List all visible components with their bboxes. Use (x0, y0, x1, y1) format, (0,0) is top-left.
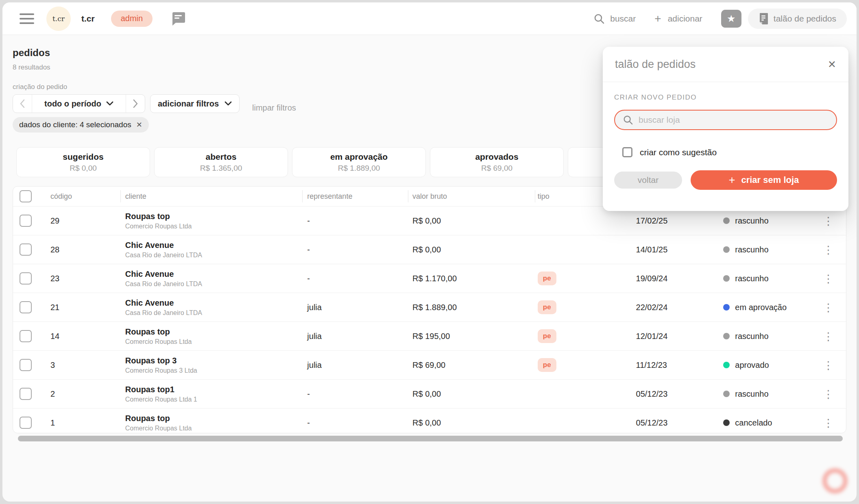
order-status: rascunho (717, 322, 811, 350)
plus-icon: + (729, 175, 735, 186)
order-pad-button[interactable]: talão de pedidos (748, 9, 847, 29)
cursor-highlight-ring (822, 468, 848, 493)
favorites-button[interactable]: ★ (721, 10, 741, 28)
order-date: 22/02/24 (630, 293, 717, 322)
search-button[interactable]: buscar (594, 13, 636, 24)
period-next-button[interactable] (126, 95, 145, 113)
card-aprovados[interactable]: aprovados R$ 69,00 (430, 147, 564, 177)
row-menu-button[interactable]: ⋮ (823, 331, 834, 342)
clear-filters-link[interactable]: limpar filtros (252, 103, 296, 113)
top-bar: t.cr t.cr admin buscar + adicionar ★ (2, 2, 857, 35)
gross-value: R$ 0,00 (408, 408, 534, 433)
status-dot (723, 217, 730, 224)
row-checkbox[interactable] (20, 388, 32, 400)
order-status: rascunho (717, 380, 811, 408)
modal-actions: voltar + criar sem loja (614, 170, 837, 190)
search-icon (623, 115, 633, 125)
col-codigo: código (42, 187, 120, 206)
row-menu-button[interactable]: ⋮ (823, 244, 834, 255)
section-label: CRIAR NOVO PEDIDO (614, 93, 837, 102)
chat-icon[interactable] (170, 11, 186, 26)
suggestion-checkbox[interactable] (622, 147, 632, 157)
row-checkbox[interactable] (20, 417, 32, 429)
row-menu-button[interactable]: ⋮ (823, 417, 834, 428)
row-menu-button[interactable]: ⋮ (823, 302, 834, 313)
org-avatar: t.cr (46, 7, 71, 31)
document-icon (759, 13, 768, 24)
card-sugeridos[interactable]: sugeridos R$ 0,00 (16, 147, 150, 177)
order-code: 23 (42, 264, 120, 293)
modal-body: CRIAR NOVO PEDIDO criar como sugestão vo… (603, 82, 848, 190)
type-badge: pe (538, 272, 556, 285)
add-button[interactable]: + adicionar (654, 13, 702, 24)
create-without-store-button[interactable]: + criar sem loja (691, 170, 837, 190)
role-badge: admin (111, 11, 153, 27)
store-search-field[interactable] (614, 110, 837, 130)
representative: julia (302, 293, 408, 322)
order-date: 05/12/23 (630, 408, 717, 433)
order-status: rascunho (717, 235, 811, 264)
status-label: rascunho (735, 245, 768, 254)
plus-icon: + (654, 13, 661, 24)
period-dropdown[interactable]: todo o período (32, 95, 126, 113)
status-dot (723, 246, 730, 253)
row-menu-button[interactable]: ⋮ (823, 215, 834, 226)
row-menu-button[interactable]: ⋮ (823, 389, 834, 400)
add-filters-dropdown[interactable]: adicionar filtros (150, 94, 240, 113)
col-representante: representante (302, 187, 408, 206)
results-count: 8 resultados (13, 63, 50, 72)
page-title: pedidos (13, 47, 50, 59)
order-pad-modal: talão de pedidos ✕ CRIAR NOVO PEDIDO cri… (603, 47, 848, 211)
order-pad-label: talão de pedidos (774, 14, 836, 24)
card-label: abertos (206, 152, 237, 162)
period-prev-button[interactable] (13, 95, 32, 113)
gross-value: R$ 0,00 (408, 235, 534, 264)
card-em-aprovacao[interactable]: em aprovação R$ 1.889,00 (292, 147, 426, 177)
row-checkbox[interactable] (20, 330, 32, 342)
representative: - (302, 264, 408, 293)
horizontal-scrollbar[interactable] (18, 436, 843, 441)
type-badge: pe (538, 329, 556, 343)
card-label: em aprovação (330, 152, 388, 162)
client-name: Roupas top 3 (125, 356, 177, 365)
client-company: Comercio Roupas Ltda (125, 425, 192, 432)
order-date: 11/12/23 (630, 351, 717, 379)
status-dot (723, 275, 730, 282)
table-row: 21 Chic AvenueCasa Rio de Janeiro LTDA j… (13, 293, 846, 322)
order-date: 19/09/24 (630, 264, 717, 293)
card-abertos[interactable]: abertos R$ 1.365,00 (154, 147, 288, 177)
modal-header: talão de pedidos ✕ (603, 47, 848, 82)
client-company: Comercio Roupas Ltda 1 (125, 396, 197, 403)
representative: - (302, 408, 408, 433)
representative: - (302, 380, 408, 408)
row-checkbox[interactable] (20, 243, 32, 256)
card-value: R$ 69,00 (481, 164, 512, 173)
col-valor-bruto: valor bruto (408, 187, 534, 206)
filter-chip[interactable]: dados do cliente: 4 selecionados ✕ (13, 117, 149, 133)
table-row: 14 Roupas topComercio Roupas Ltda julia … (13, 322, 846, 350)
select-all-checkbox[interactable] (20, 190, 32, 202)
row-checkbox[interactable] (20, 215, 32, 227)
row-checkbox[interactable] (20, 272, 32, 285)
store-search-input[interactable] (638, 115, 828, 125)
status-label: aprovado (735, 361, 769, 370)
client-company: Comercio Roupas 3 Ltda (125, 367, 197, 374)
close-icon[interactable]: ✕ (828, 59, 836, 70)
client-company: Casa Rio de Janeiro LTDA (125, 280, 202, 288)
representative: - (302, 235, 408, 264)
chevron-down-icon (106, 101, 113, 106)
row-checkbox[interactable] (20, 359, 32, 371)
row-menu-button[interactable]: ⋮ (823, 273, 834, 284)
row-checkbox[interactable] (20, 301, 32, 313)
period-selector: todo o período (13, 94, 145, 113)
order-code: 3 (42, 351, 120, 379)
row-menu-button[interactable]: ⋮ (823, 360, 834, 371)
top-bar-actions: buscar + adicionar ★ talão de pedidos (594, 9, 847, 29)
order-status: cancelado (717, 408, 811, 433)
back-button[interactable]: voltar (614, 172, 682, 189)
status-dot (723, 333, 730, 339)
hamburger-menu-icon[interactable] (20, 13, 34, 24)
chip-close-icon[interactable]: ✕ (136, 120, 142, 129)
order-status: aprovado (717, 351, 811, 379)
modal-title: talão de pedidos (615, 58, 695, 71)
